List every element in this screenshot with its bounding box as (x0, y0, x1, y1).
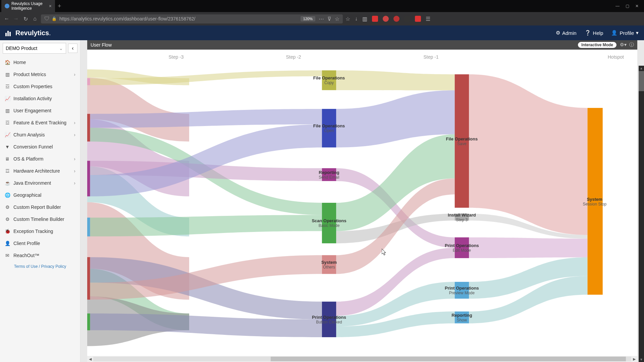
scroll-down-icon[interactable]: ▼ (639, 358, 644, 361)
library-icon[interactable]: ▥ (362, 16, 367, 22)
pocket-icon[interactable]: ⊽ (327, 16, 331, 22)
svg-rect-13 (322, 255, 336, 274)
toolbar: ← → ↻ ⌂ 🛡 🔒 https://analytics.revulytics… (0, 12, 644, 25)
nav-label: Custom Report Builder (13, 204, 61, 210)
extension-icon-1[interactable] (372, 16, 378, 22)
cog-icon: ⚙ (5, 204, 10, 210)
more-icon[interactable]: ⋯ (319, 16, 324, 22)
browser-tab[interactable]: Revulytics Usage Intelligence × (1, 0, 55, 13)
sidebar-item-13[interactable]: ⚙Custom Timeline Builder (0, 213, 80, 225)
interactive-mode-badge[interactable]: Interactive Mode (578, 42, 616, 48)
step-label-0: Step -3 (87, 54, 225, 60)
tab-close-icon[interactable]: × (49, 3, 52, 9)
privacy-link[interactable]: Privacy Policy (41, 264, 66, 269)
url-text: https://analytics.revulytics.com/dashboa… (59, 16, 195, 21)
sidebar-item-8[interactable]: 🖥OS & Platform› (0, 153, 80, 165)
sidebar-item-5[interactable]: ☲Feature & Event Tracking› (0, 117, 80, 129)
sankey-chart[interactable] (87, 50, 637, 356)
product-name: DEMO Product (6, 46, 37, 51)
profile-link[interactable]: 👤Profile▾ (611, 30, 639, 36)
profile-label: Profile (620, 30, 634, 36)
chevron-left-icon: ‹ (72, 45, 73, 51)
sidebar-item-12[interactable]: ⚙Custom Report Builder (0, 201, 80, 213)
info-icon[interactable]: ⓘ (629, 42, 634, 48)
sidebar-item-9[interactable]: ☲Hardware Architecture› (0, 165, 80, 177)
tasks-icon: ☲ (5, 168, 10, 174)
minimize-icon[interactable]: — (615, 4, 620, 8)
settings-icon[interactable]: ⚙▾ (620, 42, 627, 48)
collapse-sidebar-button[interactable]: ‹ (68, 44, 77, 53)
desktop-icon: 🖥 (5, 156, 10, 162)
svg-rect-11 (322, 168, 336, 181)
h-scrollbar[interactable]: ◀ ▶ (87, 356, 637, 362)
scroll-thumb[interactable] (271, 357, 626, 361)
sidebar-item-4[interactable]: ▥User Engagement (0, 105, 80, 117)
home-button[interactable]: ⌂ (32, 16, 38, 22)
svg-rect-19 (455, 311, 469, 323)
help-link[interactable]: ❔Help (585, 30, 603, 36)
back-button[interactable]: ← (3, 16, 10, 22)
terms-link[interactable]: Terms of Use (14, 264, 38, 269)
sidebar-item-10[interactable]: ☕Java Environment› (0, 177, 80, 189)
user-icon: 👤 (5, 241, 10, 246)
globe-icon: 🌐 (5, 192, 10, 198)
zoom-badge[interactable]: 120% (301, 16, 315, 21)
svg-rect-8 (87, 313, 90, 330)
tasks-icon: ☲ (5, 84, 10, 89)
chart-bar-icon: ▥ (5, 72, 10, 77)
extension-icon-3[interactable] (393, 16, 399, 22)
scroll-track[interactable] (93, 357, 631, 361)
scroll-left-icon[interactable]: ◀ (87, 357, 93, 361)
product-selector[interactable]: DEMO Product ⌄ (3, 43, 66, 54)
svg-rect-7 (87, 257, 90, 300)
logo[interactable]: Revulytics. (5, 29, 51, 37)
sidebar-item-16[interactable]: ✉ReachOut™ (0, 249, 80, 261)
svg-rect-16 (455, 214, 469, 221)
sidebar-item-15[interactable]: 👤Client Profile (0, 237, 80, 249)
svg-rect-9 (322, 70, 336, 90)
sidebar-item-11[interactable]: 🌐Geographical (0, 189, 80, 201)
scroll-up-icon[interactable]: ▲ (639, 66, 644, 70)
shield-icon[interactable]: 🛡 (44, 16, 50, 22)
sidebar-item-6[interactable]: 📈Churn Analysis› (0, 129, 80, 141)
chevron-right-icon: › (74, 156, 75, 162)
svg-rect-1 (7, 31, 9, 36)
sankey-container[interactable]: Step -3 Step -2 Step -1 Hotspot File Ope… (87, 50, 637, 356)
v-scroll-thumb[interactable] (639, 71, 644, 91)
extension-icon-4[interactable] (404, 16, 410, 22)
bug-icon: 🐞 (5, 229, 10, 234)
extension-icon-2[interactable] (383, 16, 389, 22)
nav-label: Feature & Event Tracking (13, 120, 66, 125)
new-tab-button[interactable]: + (58, 3, 61, 10)
nav-label: Hardware Architecture (13, 168, 60, 174)
bookmark-icon[interactable]: ☆ (345, 16, 350, 22)
reload-button[interactable]: ↻ (22, 16, 29, 22)
menu-icon[interactable]: ☰ (426, 16, 430, 22)
svg-rect-4 (87, 114, 90, 142)
close-window-icon[interactable]: ✕ (635, 4, 639, 8)
sidebar-item-0[interactable]: 🏠Home (0, 56, 80, 68)
sidebar-item-1[interactable]: ▥Product Metrics› (0, 68, 80, 80)
nav-label: Java Environment (13, 180, 51, 186)
bookmark-star-icon[interactable]: ☆ (335, 16, 339, 22)
panel-title: User Flow (91, 42, 112, 48)
nav-label: Home (13, 60, 26, 65)
panel-header: User Flow Interactive Mode ⚙▾ ⓘ (87, 40, 637, 50)
download-icon[interactable]: ↓ (355, 16, 358, 22)
logo-icon (5, 29, 13, 36)
admin-link[interactable]: ⚙Admin (556, 30, 577, 36)
sidebar-item-2[interactable]: ☲Custom Properties (0, 80, 80, 93)
sidebar-item-14[interactable]: 🐞Exception Tracking (0, 225, 80, 237)
sidebar-item-7[interactable]: ▼Conversion Funnel (0, 141, 80, 153)
sidebar: DEMO Product ⌄ ‹ 🏠Home▥Product Metrics›☲… (0, 40, 80, 362)
step-label-3: Hotspot (500, 54, 637, 60)
maximize-icon[interactable]: ▢ (626, 4, 629, 8)
scroll-right-icon[interactable]: ▶ (631, 357, 637, 361)
v-scrollbar[interactable]: ▲ ▼ (639, 66, 644, 362)
extension-icon-5[interactable] (415, 16, 421, 22)
url-bar[interactable]: 🛡 🔒 https://analytics.revulytics.com/das… (41, 14, 343, 23)
nav-label: Installation Activity (13, 96, 52, 101)
forward-button[interactable]: → (13, 16, 19, 22)
sidebar-item-3[interactable]: 📈Installation Activity (0, 93, 80, 105)
tab-bar: Revulytics Usage Intelligence × + — ▢ ✕ (0, 0, 644, 12)
